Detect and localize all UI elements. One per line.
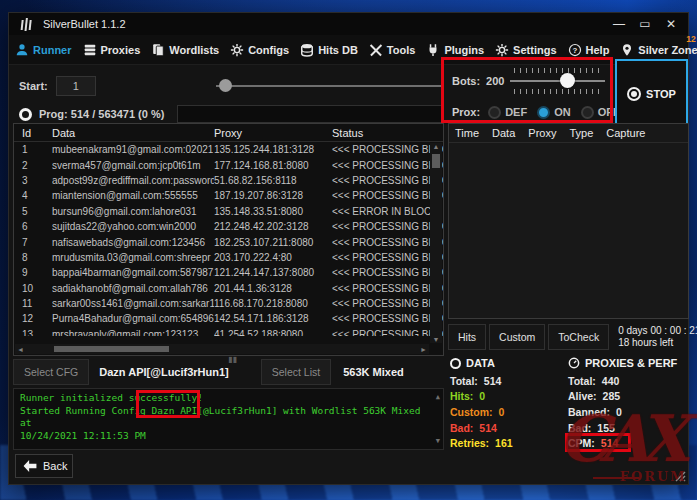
tocheck-tab-button[interactable]: ToCheck [548,324,609,350]
start-input[interactable] [56,76,96,96]
gauge-icon [568,357,580,369]
back-button-label: Back [43,460,67,472]
custom-tab-button[interactable]: Custom [489,324,545,350]
menu-item-tools[interactable]: Tools [369,43,416,57]
results-vertical-scrollbar[interactable]: ▲ ▼ [430,143,442,343]
stat-label: Bad: [568,422,591,434]
prox-option-def[interactable]: DEF [488,106,527,119]
maximize-button[interactable]: ▭ [634,15,656,33]
hits-column-header-capture[interactable]: Capture [606,127,645,139]
scroll-right-icon[interactable]: ► [420,346,427,353]
radio-icon[interactable] [537,106,550,119]
vertical-scroll-thumb[interactable] [432,154,440,168]
hits-column-header-data[interactable]: Data [492,127,515,139]
start-slider-thumb[interactable] [219,79,232,92]
table-row[interactable]: 10sadiakhanobf@gmail.com:allah786201.44.… [14,281,443,296]
selected-config-value: Dazn API[@Lucif3rHun1] [99,366,229,378]
start-label: Start: [19,80,48,92]
log-scroll-down-icon[interactable]: ▼ [436,435,440,448]
column-header-id[interactable]: Id [14,127,52,139]
table-row[interactable]: 11sarkar00ss1461@gmail.com:sarkar1116.68… [14,296,443,311]
bots-slider-thumb[interactable] [560,73,575,88]
menu-item-help[interactable]: ?Help [568,43,610,57]
cell-data: adpost99z@rediffmail.com:password [52,175,214,186]
menu-item-label: Silver Zone [638,44,697,56]
log-line: 10/24/2021 12:11:53 PM [20,430,437,443]
table-row[interactable]: 13mrshravanly@gmail.com:12312341.254.52.… [14,327,443,336]
start-slider[interactable] [216,76,444,96]
menu-item-settings[interactable]: Settings [495,43,556,57]
menu-item-hits-db[interactable]: Hits DB [300,43,358,57]
hits-column-header-type[interactable]: Type [569,127,593,139]
menu-item-label: Configs [248,44,289,56]
radio-icon[interactable] [488,106,501,119]
stat-row-cpm: CPM:514 [568,435,689,451]
prox-option-on[interactable]: ON [537,106,571,119]
table-row[interactable]: 4miantension@gmail.com:555555187.19.207.… [14,188,443,203]
log-scroll-up-icon[interactable]: ▲ [436,391,440,404]
cell-id: 13 [14,329,52,336]
log-console[interactable]: Runner initialized successfully! Started… [13,388,444,450]
menu-item-proxies[interactable]: Proxies [83,43,141,57]
table-row[interactable]: 9bappai4barman@gmail.com:5879871121.244.… [14,265,443,280]
table-row[interactable]: 8mrudusmita.03@gmail.com:shreepr203.170.… [14,250,443,265]
cell-data: mubeenakram91@gmail.com:02021 [52,144,214,155]
scroll-up-icon[interactable]: ▲ [433,143,440,150]
stat-label: Total: [568,375,596,387]
notification-badge: 12 [686,34,695,44]
cell-status: <<< PROCESSING BLOCK [332,175,443,186]
stop-button-label: STOP [646,88,676,100]
cell-id: 9 [14,267,52,278]
stat-row-total: Total:514 [450,373,566,389]
select-cfg-button[interactable]: Select CFG [13,359,89,385]
resize-grip[interactable] [674,470,686,482]
radio-icon[interactable] [581,106,594,119]
prox-option-off[interactable]: OFF [581,106,620,119]
menu-item-label: Tools [387,44,416,56]
menu-item-wordlists[interactable]: Wordlists [151,43,219,57]
stat-value: 514 [479,422,497,434]
menu-item-label: Proxies [101,44,141,56]
back-button[interactable]: Back [15,454,73,478]
column-header-data[interactable]: Data [52,127,214,139]
table-row[interactable]: 6sujitdas22@yahoo.com:win2000212.248.42.… [14,219,443,234]
stat-row-alive: Alive:285 [568,389,689,405]
stop-button[interactable]: STOP [615,59,688,129]
menu-item-plugins[interactable]: Plugins [426,43,484,57]
cell-data: Purna4Bahadur@gmail.com:654896 [52,313,214,324]
results-horizontal-scrollbar[interactable]: ◄ ► [15,344,429,354]
cell-proxy: 51.68.82.156:8118 [214,175,332,186]
table-row[interactable]: 3adpost99z@rediffmail.com:password51.68.… [14,173,443,188]
select-list-button[interactable]: Select List [261,359,331,385]
table-row[interactable]: 12Purna4Bahadur@gmail.com:654896142.54.1… [14,311,443,326]
menu-item-runner[interactable]: Runner [15,43,72,57]
cell-data: sarkar00ss1461@gmail.com:sarkar1 [52,298,214,309]
table-row[interactable]: 1mubeenakram91@gmail.com:02021135.125.24… [14,142,443,157]
hits-column-header-proxy[interactable]: Proxy [528,127,556,139]
menu-item-label: Wordlists [169,44,219,56]
scroll-down-icon[interactable]: ▼ [433,336,440,343]
minimize-button[interactable]: — [608,15,630,33]
column-header-status[interactable]: Status [332,127,443,139]
titlebar[interactable]: SilverBullet 1.1.2 — ▭ ✕ [9,13,688,35]
scroll-left-icon[interactable]: ◄ [17,346,24,353]
log-line: Started Running Config Dazn API[@Lucif3r… [20,405,437,430]
table-row[interactable]: 5bursun96@gmail.com:lahore031135.148.33.… [14,204,443,219]
menu-item-silver-zone[interactable]: Silver Zone12 [620,43,697,57]
table-row[interactable]: 2sverma457@gmail.com:jcp0t61m177.124.168… [14,157,443,172]
hits-column-header-time[interactable]: Time [455,127,479,139]
cell-proxy: 116.68.170.218:8080 [214,298,332,309]
cell-proxy: 41.254.52.188:8080 [214,329,332,336]
cell-data: mrudusmita.03@gmail.com:shreepr [52,252,214,263]
close-button[interactable]: ✕ [660,15,682,33]
cell-id: 7 [14,237,52,248]
horizontal-scroll-thumb[interactable] [54,346,169,352]
table-row[interactable]: 7nafisawebads@gmail.com:123456182.253.10… [14,234,443,249]
stat-value: 440 [602,375,620,387]
help-question-icon: ? [568,43,582,57]
menu-item-configs[interactable]: Configs [230,43,289,57]
bots-slider[interactable] [510,68,605,94]
hits-tab-button[interactable]: Hits [448,324,486,350]
splitter-handle[interactable]: ▮▮ [228,355,237,364]
column-header-proxy[interactable]: Proxy [214,127,332,139]
